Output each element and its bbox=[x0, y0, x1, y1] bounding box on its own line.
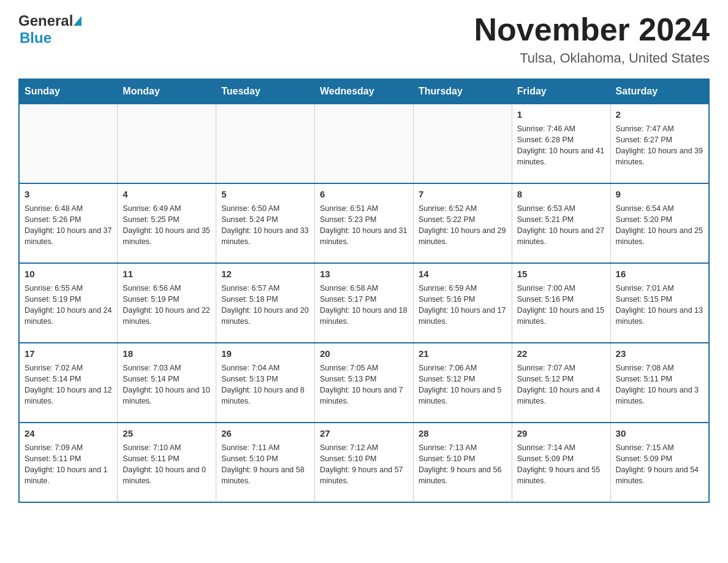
day-info-line: Daylight: 10 hours and 25 minutes. bbox=[616, 225, 703, 247]
calendar-day-cell: 8Sunrise: 6:53 AMSunset: 5:21 PMDaylight… bbox=[512, 183, 610, 263]
calendar-week-row: 3Sunrise: 6:48 AMSunset: 5:26 PMDaylight… bbox=[19, 183, 709, 263]
weekday-header-tuesday: Tuesday bbox=[216, 79, 315, 104]
day-info-line: Daylight: 10 hours and 15 minutes. bbox=[517, 305, 605, 327]
calendar-day-cell: 11Sunrise: 6:56 AMSunset: 5:19 PMDayligh… bbox=[118, 263, 216, 343]
day-info-line: Sunset: 5:10 PM bbox=[320, 453, 408, 464]
day-info-line: Sunset: 5:14 PM bbox=[123, 373, 211, 385]
day-number: 15 bbox=[517, 267, 605, 281]
calendar-day-cell: 25Sunrise: 7:10 AMSunset: 5:11 PMDayligh… bbox=[118, 423, 216, 502]
day-info-line: Sunset: 5:14 PM bbox=[25, 373, 112, 385]
day-info-line: Sunset: 5:16 PM bbox=[517, 294, 605, 305]
day-info-line: Sunrise: 7:11 AM bbox=[221, 442, 309, 453]
logo-blue-text: Blue bbox=[20, 29, 51, 47]
calendar-day-cell: 1Sunrise: 7:46 AMSunset: 6:28 PMDaylight… bbox=[512, 104, 610, 183]
day-info-line: Sunset: 5:21 PM bbox=[517, 214, 605, 225]
day-number: 11 bbox=[123, 267, 211, 281]
day-info-line: Sunrise: 6:55 AM bbox=[25, 283, 112, 294]
day-info-line: Daylight: 10 hours and 3 minutes. bbox=[616, 385, 703, 407]
calendar-day-cell: 14Sunrise: 6:59 AMSunset: 5:16 PMDayligh… bbox=[413, 263, 512, 343]
calendar-day-cell: 28Sunrise: 7:13 AMSunset: 5:10 PMDayligh… bbox=[413, 423, 512, 502]
day-number: 22 bbox=[517, 347, 605, 361]
day-number: 25 bbox=[123, 427, 211, 440]
calendar-day-cell: 5Sunrise: 6:50 AMSunset: 5:24 PMDaylight… bbox=[216, 183, 315, 263]
calendar-day-cell: 19Sunrise: 7:04 AMSunset: 5:13 PMDayligh… bbox=[216, 343, 315, 423]
day-info-line: Sunrise: 6:53 AM bbox=[517, 203, 605, 214]
day-info-line: Daylight: 10 hours and 5 minutes. bbox=[419, 385, 507, 407]
day-info-line: Sunrise: 7:46 AM bbox=[517, 123, 605, 134]
day-number: 1 bbox=[517, 108, 605, 121]
day-number: 21 bbox=[419, 347, 507, 361]
day-number: 8 bbox=[517, 188, 605, 201]
day-info-line: Sunset: 5:24 PM bbox=[221, 214, 309, 225]
calendar-day-cell: 27Sunrise: 7:12 AMSunset: 5:10 PMDayligh… bbox=[315, 423, 414, 502]
day-info-line: Daylight: 10 hours and 33 minutes. bbox=[221, 225, 309, 247]
day-info-line: Sunrise: 7:08 AM bbox=[616, 362, 703, 373]
day-info-line: Daylight: 9 hours and 55 minutes. bbox=[517, 464, 605, 486]
calendar-week-row: 24Sunrise: 7:09 AMSunset: 5:11 PMDayligh… bbox=[19, 423, 709, 502]
day-info-line: Sunrise: 6:48 AM bbox=[25, 203, 112, 214]
calendar-day-cell: 15Sunrise: 7:00 AMSunset: 5:16 PMDayligh… bbox=[512, 263, 610, 343]
day-info-line: Sunrise: 7:15 AM bbox=[616, 442, 703, 453]
day-info-line: Sunrise: 7:02 AM bbox=[25, 362, 112, 373]
day-info-line: Sunrise: 7:12 AM bbox=[320, 442, 408, 453]
day-number: 20 bbox=[320, 347, 408, 361]
day-info-line: Daylight: 9 hours and 57 minutes. bbox=[320, 464, 408, 486]
logo: General Blue bbox=[18, 12, 82, 47]
day-info-line: Sunrise: 7:47 AM bbox=[616, 123, 703, 134]
day-info-line: Sunset: 5:12 PM bbox=[517, 373, 605, 385]
calendar-title: November 2024 bbox=[474, 12, 710, 47]
day-number: 10 bbox=[25, 267, 112, 281]
weekday-header-saturday: Saturday bbox=[610, 79, 709, 104]
day-info-line: Sunset: 5:09 PM bbox=[517, 453, 605, 464]
day-info-line: Sunset: 5:13 PM bbox=[320, 373, 408, 385]
day-info-line: Sunset: 5:10 PM bbox=[221, 453, 309, 464]
day-info-line: Daylight: 10 hours and 12 minutes. bbox=[25, 385, 112, 407]
logo-triangle-icon bbox=[74, 16, 82, 26]
calendar-day-cell: 16Sunrise: 7:01 AMSunset: 5:15 PMDayligh… bbox=[610, 263, 709, 343]
calendar-day-cell: 21Sunrise: 7:06 AMSunset: 5:12 PMDayligh… bbox=[413, 343, 512, 423]
calendar-day-cell bbox=[216, 104, 315, 183]
day-info-line: Daylight: 10 hours and 10 minutes. bbox=[123, 385, 211, 407]
day-info-line: Daylight: 10 hours and 4 minutes. bbox=[517, 385, 605, 407]
calendar-day-cell: 9Sunrise: 6:54 AMSunset: 5:20 PMDaylight… bbox=[610, 183, 709, 263]
calendar-day-cell: 26Sunrise: 7:11 AMSunset: 5:10 PMDayligh… bbox=[216, 423, 315, 502]
day-number: 18 bbox=[123, 347, 211, 361]
day-number: 27 bbox=[320, 427, 408, 440]
day-info-line: Sunrise: 7:09 AM bbox=[25, 442, 112, 453]
day-info-line: Sunset: 5:09 PM bbox=[616, 453, 703, 464]
calendar-day-cell: 2Sunrise: 7:47 AMSunset: 6:27 PMDaylight… bbox=[610, 104, 709, 183]
day-info-line: Sunrise: 6:56 AM bbox=[123, 283, 211, 294]
day-info-line: Daylight: 10 hours and 41 minutes. bbox=[517, 145, 605, 167]
day-info-line: Daylight: 10 hours and 20 minutes. bbox=[221, 305, 309, 327]
day-info-line: Sunset: 5:19 PM bbox=[25, 294, 112, 305]
calendar-subtitle: Tulsa, Oklahoma, United States bbox=[474, 50, 710, 66]
day-info-line: Sunrise: 6:57 AM bbox=[221, 283, 309, 294]
calendar-day-cell: 13Sunrise: 6:58 AMSunset: 5:17 PMDayligh… bbox=[315, 263, 414, 343]
day-info-line: Sunset: 5:10 PM bbox=[419, 453, 507, 464]
day-number: 28 bbox=[419, 427, 507, 440]
calendar-week-row: 17Sunrise: 7:02 AMSunset: 5:14 PMDayligh… bbox=[19, 343, 709, 423]
calendar-day-cell bbox=[19, 104, 118, 183]
calendar-day-cell: 3Sunrise: 6:48 AMSunset: 5:26 PMDaylight… bbox=[19, 183, 118, 263]
day-info-line: Daylight: 10 hours and 29 minutes. bbox=[419, 225, 507, 247]
day-info-line: Daylight: 10 hours and 8 minutes. bbox=[221, 385, 309, 407]
calendar-day-cell: 17Sunrise: 7:02 AMSunset: 5:14 PMDayligh… bbox=[19, 343, 118, 423]
day-info-line: Sunrise: 7:06 AM bbox=[419, 362, 507, 373]
day-info-line: Sunset: 6:27 PM bbox=[616, 134, 703, 145]
day-info-line: Daylight: 10 hours and 39 minutes. bbox=[616, 145, 703, 167]
day-info-line: Daylight: 10 hours and 35 minutes. bbox=[123, 225, 211, 247]
calendar-day-cell: 12Sunrise: 6:57 AMSunset: 5:18 PMDayligh… bbox=[216, 263, 315, 343]
calendar-day-cell: 10Sunrise: 6:55 AMSunset: 5:19 PMDayligh… bbox=[19, 263, 118, 343]
day-info-line: Sunrise: 6:50 AM bbox=[221, 203, 309, 214]
day-info-line: Sunrise: 6:58 AM bbox=[320, 283, 408, 294]
day-info-line: Daylight: 10 hours and 24 minutes. bbox=[25, 305, 112, 327]
day-info-line: Sunrise: 7:10 AM bbox=[123, 442, 211, 453]
day-info-line: Daylight: 10 hours and 0 minutes. bbox=[123, 464, 211, 486]
day-number: 5 bbox=[221, 188, 309, 201]
calendar-day-cell: 20Sunrise: 7:05 AMSunset: 5:13 PMDayligh… bbox=[315, 343, 414, 423]
title-section: November 2024 Tulsa, Oklahoma, United St… bbox=[474, 12, 710, 66]
weekday-header-row: SundayMondayTuesdayWednesdayThursdayFrid… bbox=[19, 79, 709, 104]
day-info-line: Sunrise: 7:04 AM bbox=[221, 362, 309, 373]
day-number: 19 bbox=[221, 347, 309, 361]
day-number: 12 bbox=[221, 267, 309, 281]
